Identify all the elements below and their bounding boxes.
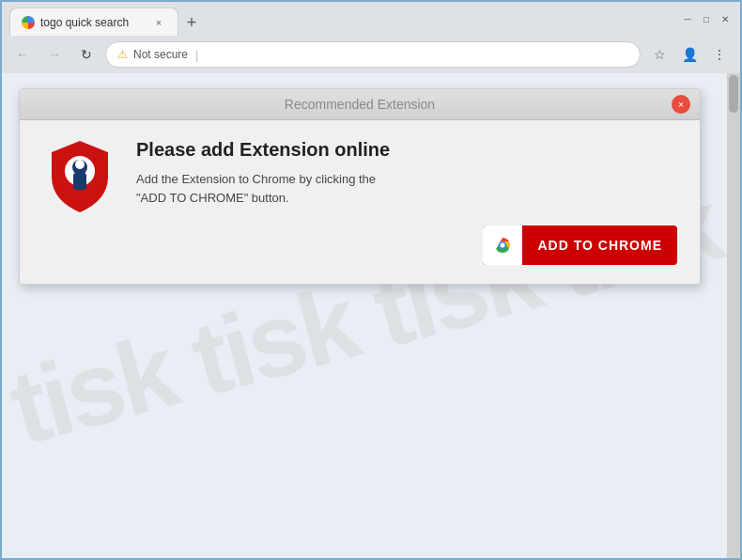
modal-description: Add the Extension to Chrome by clicking … [136,170,677,207]
chrome-icon-circle [483,226,522,265]
window-controls: ─ □ ✕ [680,11,733,26]
svg-point-7 [501,243,505,248]
back-button[interactable]: ← [9,41,36,68]
add-to-chrome-button[interactable]: ADD TO CHROME [483,226,677,265]
scroll-thumb[interactable] [729,75,738,113]
svg-point-3 [75,160,85,169]
toolbar-right: ☆ 👤 ⋮ [646,41,733,68]
modal-body: Please add Extension online Add the Exte… [20,120,700,284]
close-button[interactable]: ✕ [718,11,733,26]
tab-area: togo quick search × + [9,2,676,36]
shield-icon [47,139,113,214]
address-bar[interactable]: ⚠ Not secure | [105,41,641,68]
page-content: tisk tisk tisk tisk Recommended Extensio… [2,73,727,558]
modal-dialog: Recommended Extension × [19,88,701,285]
menu-button[interactable]: ⋮ [706,41,733,68]
tab-favicon [22,16,35,29]
modal-heading: Please add Extension online [136,139,677,161]
forward-button[interactable]: → [41,41,68,68]
minimize-button[interactable]: ─ [680,11,695,26]
modal-content-right: Please add Extension online Add the Exte… [136,139,677,265]
svg-rect-2 [73,173,86,190]
page-inner: tisk tisk tisk tisk Recommended Extensio… [2,73,727,558]
security-text: Not secure [133,48,188,61]
address-divider: | [195,48,198,62]
browser-frame: togo quick search × + ─ □ ✕ ← → ↻ ⚠ Not … [0,0,742,560]
reload-button[interactable]: ↻ [73,41,100,68]
chrome-logo-icon [489,232,516,258]
browser-tab[interactable]: togo quick search × [9,8,178,36]
profile-button[interactable]: 👤 [676,41,703,68]
security-icon: ⚠ [117,48,128,61]
address-bar-row: ← → ↻ ⚠ Not secure | ☆ 👤 ⋮ [2,36,740,73]
maximize-button[interactable]: □ [699,11,714,26]
modal-close-button[interactable]: × [672,95,690,114]
add-to-chrome-label: ADD TO CHROME [522,238,677,253]
browser-content-area: tisk tisk tisk tisk Recommended Extensio… [2,73,740,558]
shield-container [42,139,117,214]
new-tab-button[interactable]: + [178,9,205,36]
tab-close-button[interactable]: × [151,15,166,30]
tab-title: togo quick search [40,16,129,29]
scrollbar[interactable] [727,73,740,558]
title-bar: togo quick search × + ─ □ ✕ [2,2,740,36]
modal-header: Recommended Extension × [20,89,700,120]
modal-title: Recommended Extension [285,97,435,112]
bookmark-button[interactable]: ☆ [646,41,672,68]
